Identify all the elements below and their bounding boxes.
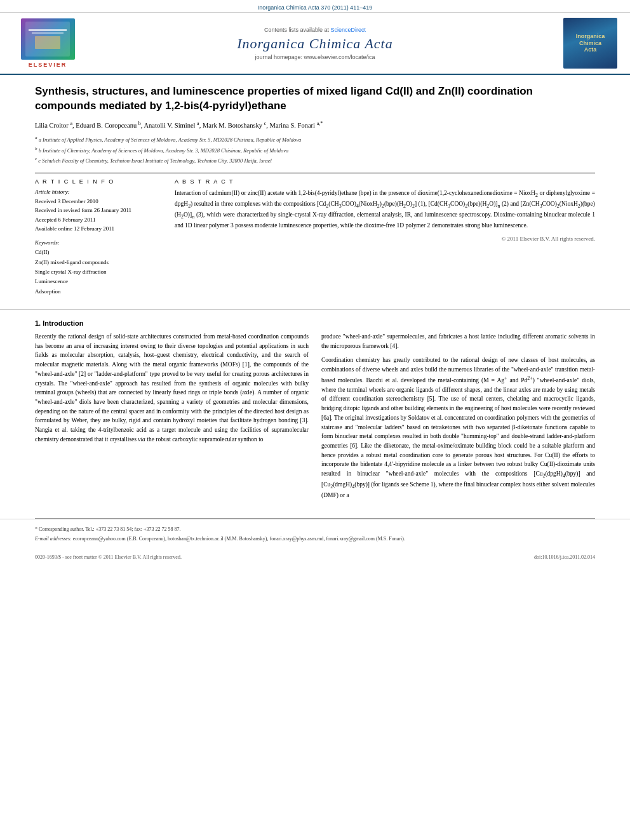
introduction-body: Recently the rational design of solid-st…: [35, 332, 595, 505]
elsevier-brand-text: ELSEVIER: [29, 62, 67, 68]
section-number: 1.: [35, 319, 41, 327]
affiliation-c: c c Schulich Faculty of Chemistry, Techn…: [35, 156, 595, 165]
keyword-5: Adsorption: [35, 287, 162, 297]
keywords-section: Keywords: Cd(II) Zn(II) mixed-ligand com…: [35, 239, 162, 296]
keyword-3: Single crystal X-ray diffraction: [35, 267, 162, 277]
article-info-heading: A R T I C L E I N F O: [35, 178, 162, 185]
article-info-abstract: A R T I C L E I N F O Article history: R…: [35, 173, 595, 297]
footnote-area: * Corresponding author. Tel.: +373 22 73…: [0, 519, 630, 551]
sciencedirect-line: Contents lists available at ScienceDirec…: [83, 27, 547, 33]
intro-col-right: produce "wheel-and-axle" supermolecules,…: [321, 332, 595, 505]
banner-area: ELSEVIER Contents lists available at Sci…: [0, 13, 630, 75]
abstract-heading: A B S T R A C T: [175, 178, 595, 185]
keyword-4: Luminescence: [35, 277, 162, 286]
intro-para-1: Recently the rational design of solid-st…: [35, 332, 309, 444]
received2: Received in revised form 26 January 2011: [35, 206, 162, 215]
affiliation-b: b b Institute of Chemistry, Academy of S…: [35, 145, 595, 155]
article-content: Synthesis, structures, and luminescence …: [0, 75, 630, 309]
banner-right: InorganicaChimicaActa: [547, 18, 617, 69]
intro-para-2: produce "wheel-and-axle" supermolecules,…: [321, 332, 595, 350]
affiliations: a a Institute of Applied Physics, Academ…: [35, 135, 595, 165]
bottom-bar: 0020-1693/$ - see front matter © 2011 El…: [0, 551, 630, 563]
keywords-label: Keywords:: [35, 239, 162, 246]
journal-logo-title: InorganicaChimicaActa: [576, 33, 605, 53]
keyword-2: Zn(II) mixed-ligand compounds: [35, 258, 162, 267]
elsevier-logo: ELSEVIER: [13, 18, 83, 68]
article-title: Synthesis, structures, and luminescence …: [35, 84, 595, 114]
authors-text: Lilia Croitor a, Eduard B. Coropceanu b,…: [35, 122, 323, 129]
email-footnote: E-mail addresses: ecoropceanu@yahoo.com …: [35, 535, 595, 543]
email-text: ecoropceanu@yahoo.com (E.B. Coropceanu),…: [73, 536, 405, 542]
journal-title: Inorganica Chimica Acta: [83, 36, 547, 52]
email-label: E-mail addresses:: [35, 536, 72, 542]
journal-logo-box: InorganicaChimicaActa: [563, 18, 617, 69]
journal-homepage: journal homepage: www.elsevier.com/locat…: [83, 54, 547, 60]
issn-text: 0020-1693/$ - see front matter © 2011 El…: [35, 554, 182, 560]
journal-header-bar: Inorganica Chimica Acta 370 (2011) 411–4…: [0, 0, 630, 13]
article-history: Article history: Received 3 December 201…: [35, 189, 162, 234]
banner-left: ELSEVIER: [13, 18, 83, 68]
accepted: Accepted 6 February 2011: [35, 215, 162, 224]
abstract-copyright: © 2011 Elsevier B.V. All rights reserved…: [175, 236, 595, 242]
article-body: 1. Introduction Recently the rational de…: [0, 309, 630, 518]
sciencedirect-link[interactable]: ScienceDirect: [331, 27, 366, 33]
journal-reference: Inorganica Chimica Acta 370 (2011) 411–4…: [258, 4, 373, 11]
intro-col-left: Recently the rational design of solid-st…: [35, 332, 309, 505]
doi-text: doi:10.1016/j.ica.2011.02.014: [534, 554, 595, 560]
received1: Received 3 December 2010: [35, 197, 162, 206]
abstract-column: A B S T R A C T Interaction of cadmium(I…: [175, 178, 595, 297]
section-heading-text: Introduction: [43, 319, 83, 327]
keyword-1: Cd(II): [35, 248, 162, 257]
history-label: Article history:: [35, 189, 162, 195]
article-info-column: A R T I C L E I N F O Article history: R…: [35, 178, 162, 297]
banner-center: Contents lists available at ScienceDirec…: [83, 27, 547, 60]
affiliation-a: a a Institute of Applied Physics, Academ…: [35, 135, 595, 144]
abstract-text: Interaction of cadmium(II) or zinc(II) a…: [175, 189, 595, 230]
introduction-heading: 1. Introduction: [35, 319, 595, 327]
available-online: Available online 12 February 2011: [35, 224, 162, 233]
intro-para-3: Coordination chemistry has greatly contr…: [321, 356, 595, 500]
corresponding-footnote: * Corresponding author. Tel.: +373 22 73…: [35, 526, 595, 533]
authors-line: Lilia Croitor a, Eduard B. Coropceanu b,…: [35, 120, 595, 131]
